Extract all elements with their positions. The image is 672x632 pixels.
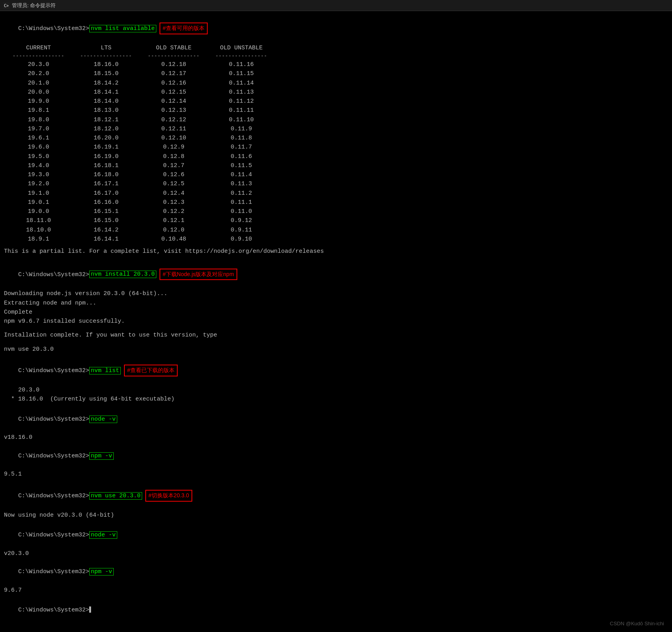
npm-v2-out: 9.6.7: [4, 586, 668, 595]
cmd-line-nvmuse: C:\Windows\System32>nvm use 20.3.0#切换版本2…: [4, 481, 668, 511]
table-row: 20.0.018.14.10.12.150.11.13: [5, 88, 275, 97]
table-row: 19.8.118.13.00.12.130.11.11: [5, 106, 275, 115]
cmd-line-list: C:\Windows\System32>nvm list#查看已下载的版本: [4, 356, 668, 386]
table-row: 20.1.018.14.20.12.160.11.14: [5, 79, 275, 88]
nvm-use-suggestion: nvm use 20.3.0: [4, 345, 668, 354]
annotation-1: #查看可用的版本: [160, 23, 208, 34]
table-row: 20.2.018.15.00.12.170.11.15: [5, 69, 275, 78]
nvm-use-out: Now using node v20.3.0 (64-bit): [4, 511, 668, 520]
nvm-list-out-1: 20.3.0: [4, 386, 668, 395]
table-row: 19.6.116.20.00.12.100.11.8: [5, 134, 275, 143]
version-table-element: CURRENT LTS OLD STABLE OLD UNSTABLE ----…: [5, 43, 275, 244]
install-out-3: Complete: [4, 308, 668, 317]
prompt-node2: C:\Windows\System32>: [18, 532, 89, 538]
prompt-nvmuse: C:\Windows\System32>: [18, 493, 89, 499]
table-row: 19.8.018.12.10.12.120.11.10: [5, 115, 275, 124]
cmd-line-npm2: C:\Windows\System32>npm -v: [4, 558, 668, 586]
nvm-list-available-cmd: nvm list available: [89, 25, 156, 32]
prompt-1: C:\Windows\System32>: [18, 25, 89, 32]
cmd-line-npm1: C:\Windows\System32>npm -v: [4, 442, 668, 470]
npm-v1-out: 9.5.1: [4, 470, 668, 479]
partial-list-msg: This is a partial list. For a complete l…: [4, 247, 668, 256]
table-row: 19.3.016.18.00.12.60.11.4: [5, 170, 275, 179]
annotation-list: #查看已下载的版本: [124, 365, 178, 376]
nvm-list-out-2: * 18.16.0 (Currently using 64-bit execut…: [4, 395, 668, 404]
annotation-use: #切换版本20.3.0: [145, 490, 192, 502]
col-lts: LTS: [72, 43, 140, 53]
table-row: 19.7.018.12.00.12.110.11.9: [5, 124, 275, 134]
table-row: 19.6.016.19.10.12.90.11.7: [5, 143, 275, 152]
node-v2-cmd: node -v: [89, 531, 117, 539]
npm-v1-cmd: npm -v: [89, 452, 114, 460]
cmd-icon: C>: [3, 2, 9, 9]
node-v1-out: v18.16.0: [4, 433, 668, 442]
table-row: 19.4.016.18.10.12.70.11.5: [5, 161, 275, 170]
nvm-list-cmd: nvm list: [89, 367, 121, 374]
version-table: CURRENT LTS OLD STABLE OLD UNSTABLE ----…: [4, 43, 668, 244]
node-v1-cmd: node -v: [89, 416, 117, 423]
cmd-line-node2: C:\Windows\System32>node -v: [4, 521, 668, 549]
table-separator: ---------------- ---------------- ------…: [5, 53, 275, 60]
nvm-use-cmd: nvm use 20.3.0: [89, 492, 142, 500]
prompt-npm2: C:\Windows\System32>: [18, 568, 89, 575]
prompt-node1: C:\Windows\System32>: [18, 416, 89, 423]
prompt-install: C:\Windows\System32>: [18, 271, 89, 278]
table-row: 18.11.016.15.00.12.10.9.12: [5, 216, 275, 225]
cmd-line-install: C:\Windows\System32>nvm install 20.3.0#下…: [4, 259, 668, 289]
col-old-stable: OLD STABLE: [140, 43, 207, 53]
title-bar-text: 管理员: 命令提示符: [12, 2, 56, 9]
title-bar: C> 管理员: 命令提示符: [0, 0, 672, 11]
cursor: ▌: [89, 607, 93, 613]
table-row: 19.2.016.17.10.12.50.11.3: [5, 179, 275, 188]
table-row: 18.10.016.14.20.12.00.9.11: [5, 226, 275, 235]
cmd-line-1: C:\Windows\System32>nvm list available#查…: [4, 13, 668, 43]
npm-v2-cmd: npm -v: [89, 568, 114, 576]
table-row: 19.0.016.15.10.12.20.11.0: [5, 207, 275, 216]
install-out-4: npm v9.6.7 installed successfully.: [4, 317, 668, 326]
table-row: 19.1.016.17.00.12.40.11.2: [5, 189, 275, 198]
node-v2-out: v20.3.0: [4, 549, 668, 558]
table-row: 19.5.016.19.00.12.80.11.6: [5, 152, 275, 161]
version-table-body: 20.3.018.16.00.12.180.11.1620.2.018.15.0…: [5, 60, 275, 244]
annotation-install: #下载Node.js版本及对应npm: [160, 269, 237, 280]
install-out-1: Downloading node.js version 20.3.0 (64-b…: [4, 289, 668, 298]
table-row: 20.3.018.16.00.12.180.11.16: [5, 60, 275, 69]
terminal-body: C:\Windows\System32>nvm list available#查…: [0, 11, 672, 626]
install-complete-line1: Installation complete. If you want to us…: [4, 331, 668, 340]
prompt-list: C:\Windows\System32>: [18, 367, 89, 374]
table-row: 19.0.116.16.00.12.30.11.1: [5, 198, 275, 207]
cmd-line-node1: C:\Windows\System32>node -v: [4, 406, 668, 433]
table-row: 19.9.018.14.00.12.140.11.12: [5, 97, 275, 106]
svg-text:C>: C>: [4, 4, 9, 8]
final-prompt-text: C:\Windows\System32>: [18, 607, 89, 613]
col-old-unstable: OLD UNSTABLE: [208, 43, 275, 53]
install-out-2: Extracting node and npm...: [4, 299, 668, 308]
csdn-watermark: CSDN @Kudō Shin-ichi: [610, 621, 664, 626]
table-row: 18.9.116.14.10.10.480.9.10: [5, 235, 275, 244]
col-current: CURRENT: [5, 43, 72, 53]
final-prompt: C:\Windows\System32>▌: [4, 596, 668, 624]
nvm-install-cmd: nvm install 20.3.0: [89, 271, 156, 278]
prompt-npm1: C:\Windows\System32>: [18, 453, 89, 459]
